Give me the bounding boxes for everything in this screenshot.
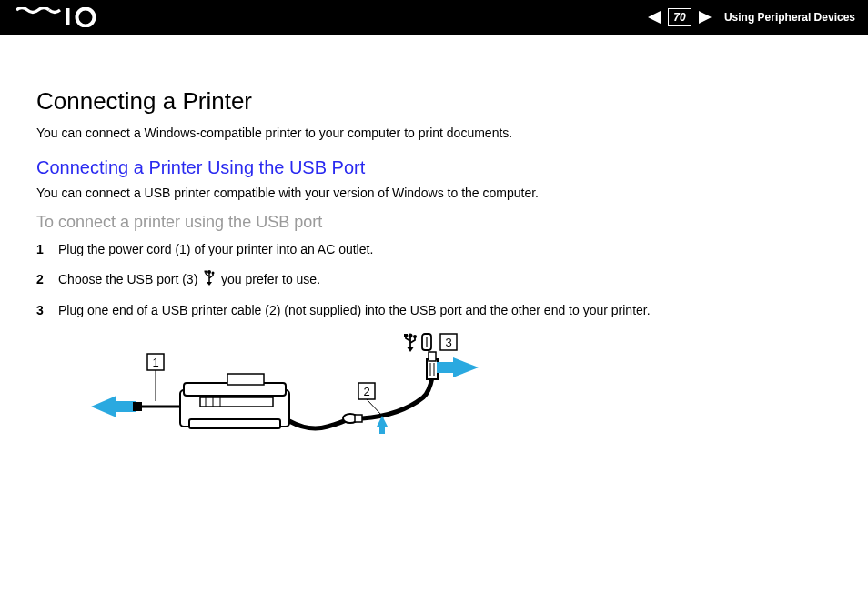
callout-3: 3 — [445, 336, 451, 349]
svg-rect-34 — [404, 334, 408, 337]
svg-rect-0 — [66, 8, 70, 25]
svg-marker-36 — [408, 347, 414, 352]
intro-text: You can connect a Windows-compatible pri… — [36, 125, 832, 143]
step-1: 1 Plug the power cord (1) of your printe… — [36, 241, 832, 259]
svg-rect-25 — [429, 352, 436, 361]
next-page-arrow[interactable] — [697, 11, 712, 24]
svg-marker-40 — [437, 357, 479, 377]
svg-rect-23 — [355, 415, 362, 422]
page-number: 70 — [673, 11, 685, 24]
steps-list: 1 Plug the power cord (1) of your printe… — [36, 241, 832, 320]
svg-rect-16 — [200, 397, 273, 407]
svg-rect-18 — [227, 374, 264, 385]
step-text: Plug the power cord (1) of your printer … — [58, 241, 373, 259]
section-intro: You can connect a USB printer compatible… — [36, 186, 832, 200]
printer-illustration — [180, 374, 289, 428]
step-text: Choose the USB port (3) you prefer to us… — [58, 269, 320, 291]
usb-icon — [203, 269, 216, 291]
prev-page-arrow[interactable] — [648, 11, 662, 24]
step-number: 3 — [36, 302, 58, 320]
svg-point-7 — [212, 272, 215, 275]
svg-marker-2 — [648, 11, 661, 24]
step-2: 2 Choose the USB port (3) you prefer to … — [36, 269, 832, 291]
svg-line-29 — [367, 399, 382, 416]
svg-point-35 — [413, 335, 417, 338]
step-text: Plug one end of a USB printer cable (2) … — [58, 302, 651, 320]
connection-diagram: 1 — [91, 332, 482, 459]
header-nav: 70 Using Peripheral Devices — [648, 8, 855, 26]
step-3: 3 Plug one end of a USB printer cable (2… — [36, 302, 832, 320]
vaio-logo — [16, 7, 104, 27]
svg-rect-17 — [189, 419, 280, 428]
svg-rect-6 — [205, 271, 207, 273]
procedure-heading: To connect a printer using the USB port — [36, 213, 832, 232]
step-number: 1 — [36, 241, 58, 259]
svg-marker-9 — [91, 396, 136, 417]
section-title: Using Peripheral Devices — [724, 11, 855, 24]
page-title: Connecting a Printer — [36, 87, 832, 116]
svg-marker-8 — [207, 282, 212, 286]
svg-rect-24 — [427, 359, 438, 379]
callout-1: 1 — [152, 356, 158, 369]
step-number: 2 — [36, 271, 58, 289]
svg-marker-3 — [699, 11, 712, 24]
page-number-badge: 70 — [668, 8, 691, 26]
callout-2: 2 — [363, 385, 369, 398]
header-bar: 70 Using Peripheral Devices — [0, 0, 868, 35]
usb-symbol — [404, 334, 417, 353]
svg-point-1 — [77, 9, 95, 26]
svg-rect-11 — [133, 402, 142, 411]
section-heading: Connecting a Printer Using the USB Port — [36, 157, 832, 178]
page-content: Connecting a Printer You can connect a W… — [0, 35, 868, 477]
svg-rect-31 — [379, 423, 385, 434]
